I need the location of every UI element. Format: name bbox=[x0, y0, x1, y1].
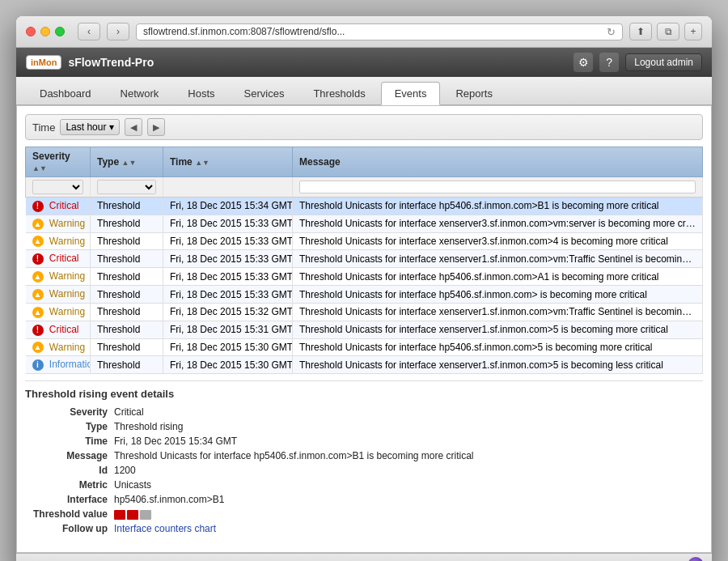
type-cell: Threshold bbox=[91, 321, 163, 338]
severity-icon: ▲ bbox=[32, 307, 44, 318]
detail-value: Threshold rising bbox=[114, 421, 183, 432]
detail-row: Id 1200 bbox=[25, 465, 703, 476]
table-row[interactable]: i Informational Threshold Fri, 18 Dec 20… bbox=[26, 356, 703, 374]
tab-events[interactable]: Events bbox=[381, 82, 441, 105]
time-selected-value: Last hour bbox=[66, 121, 106, 133]
detail-key: Metric bbox=[25, 479, 114, 491]
detail-key: Type bbox=[25, 421, 114, 432]
detail-val bbox=[114, 508, 151, 520]
tab-thresholds[interactable]: Thresholds bbox=[299, 82, 379, 104]
severity-column-header[interactable]: Severity ▲▼ bbox=[26, 147, 91, 177]
tab-services[interactable]: Services bbox=[231, 82, 298, 104]
app-title: sFlowTrend-Pro bbox=[68, 56, 154, 69]
detail-value: Fri, 18 Dec 2015 15:34 GMT bbox=[114, 436, 237, 447]
severity-label-value: Critical bbox=[49, 200, 79, 211]
detail-row: Follow up Interface counters chart bbox=[25, 523, 703, 534]
tab-reports[interactable]: Reports bbox=[442, 82, 506, 104]
time-column-header[interactable]: Time ▲▼ bbox=[163, 147, 293, 177]
message-label: Message bbox=[299, 156, 341, 168]
forward-button[interactable]: › bbox=[107, 23, 129, 40]
time-cell: Fri, 18 Dec 2015 15:30 GMT bbox=[163, 356, 293, 374]
minimize-button[interactable] bbox=[40, 27, 50, 36]
time-cell: Fri, 18 Dec 2015 15:31 GMT bbox=[163, 321, 293, 338]
severity-filter-select[interactable]: Critical Warning Informational bbox=[32, 180, 83, 194]
time-filter-cell bbox=[163, 177, 293, 198]
detail-value: 1200 bbox=[114, 465, 136, 476]
severity-icon: ▲ bbox=[32, 219, 44, 230]
severity-label-value: Warning bbox=[49, 342, 85, 353]
table-row[interactable]: ! Critical Threshold Fri, 18 Dec 2015 15… bbox=[26, 198, 703, 215]
message-filter-input[interactable] bbox=[299, 181, 696, 193]
share-button[interactable]: ⬆ bbox=[629, 23, 652, 40]
dropdown-arrow-icon: ▾ bbox=[109, 121, 114, 133]
events-table: Severity ▲▼ Type ▲▼ Time ▲▼ bbox=[25, 147, 703, 374]
close-button[interactable] bbox=[26, 27, 36, 36]
tab-dashboard[interactable]: Dashboard bbox=[26, 82, 105, 104]
type-label: Type bbox=[97, 156, 119, 168]
maximize-button[interactable] bbox=[55, 27, 65, 36]
type-filter-select[interactable]: Threshold bbox=[97, 180, 156, 194]
detail-key: Threshold value bbox=[25, 508, 114, 520]
tab-network[interactable]: Network bbox=[107, 82, 173, 104]
detail-row: Time Fri, 18 Dec 2015 15:34 GMT bbox=[25, 436, 703, 447]
inmon-badge: inMon bbox=[26, 55, 61, 70]
detail-val: hp5406.sf.inmon.com>B1 bbox=[114, 494, 224, 505]
detail-val: Threshold Unicasts for interface hp5406.… bbox=[114, 450, 474, 461]
type-cell: Threshold bbox=[91, 198, 163, 215]
table-row[interactable]: ▲ Warning Threshold Fri, 18 Dec 2015 15:… bbox=[26, 286, 703, 304]
time-cell: Fri, 18 Dec 2015 15:33 GMT bbox=[163, 232, 293, 250]
time-cell: Fri, 18 Dec 2015 15:33 GMT bbox=[163, 268, 293, 286]
severity-label-value: Warning bbox=[49, 218, 85, 229]
url-text: sflowtrend.sf.inmon.com:8087/sflowtrend/… bbox=[143, 26, 345, 37]
logout-button[interactable]: Logout admin bbox=[625, 53, 702, 71]
time-label: Time bbox=[32, 121, 55, 134]
time-cell: Fri, 18 Dec 2015 15:33 GMT bbox=[163, 286, 293, 304]
time-cell: Fri, 18 Dec 2015 15:30 GMT bbox=[163, 338, 293, 356]
severity-sort-icon: ▲▼ bbox=[32, 164, 47, 172]
threshold-seg-1 bbox=[114, 510, 125, 520]
table-row[interactable]: ▲ Warning Threshold Fri, 18 Dec 2015 15:… bbox=[26, 215, 703, 232]
filter-row: Critical Warning Informational Threshold bbox=[26, 177, 703, 198]
browser-window: ‹ › sflowtrend.sf.inmon.com:8087/sflowtr… bbox=[16, 16, 712, 561]
url-bar[interactable]: sflowtrend.sf.inmon.com:8087/sflowtrend/… bbox=[136, 23, 623, 40]
table-row[interactable]: ▲ Warning Threshold Fri, 18 Dec 2015 15:… bbox=[26, 338, 703, 356]
type-column-header[interactable]: Type ▲▼ bbox=[91, 147, 163, 177]
back-button[interactable]: ‹ bbox=[78, 23, 100, 40]
new-tab-button[interactable]: + bbox=[684, 23, 702, 40]
detail-row: Severity Critical bbox=[25, 406, 703, 418]
time-select[interactable]: Last hour ▾ bbox=[60, 119, 120, 135]
detail-key: Message bbox=[25, 450, 114, 461]
message-cell: Threshold Unicasts for interface hp5406.… bbox=[293, 198, 703, 215]
detail-key: Id bbox=[25, 465, 114, 476]
table-row[interactable]: ▲ Warning Threshold Fri, 18 Dec 2015 15:… bbox=[26, 268, 703, 286]
table-row[interactable]: ! Critical Threshold Fri, 18 Dec 2015 15… bbox=[26, 250, 703, 268]
detail-val: Critical bbox=[114, 406, 144, 418]
duplicate-button[interactable]: ⧉ bbox=[657, 23, 679, 40]
follow-up-link[interactable]: Interface counters chart bbox=[114, 523, 216, 534]
gear-icon-button[interactable]: ⚙ bbox=[574, 53, 593, 72]
browser-titlebar: ‹ › sflowtrend.sf.inmon.com:8087/sflowtr… bbox=[16, 16, 712, 48]
detail-key: Severity bbox=[25, 406, 114, 418]
help-icon-button[interactable]: ? bbox=[599, 53, 619, 72]
severity-icon: ▲ bbox=[32, 342, 44, 353]
detail-key: Interface bbox=[25, 494, 114, 505]
severity-cell: ▲ Warning bbox=[26, 232, 91, 250]
table-row[interactable]: ▲ Warning Threshold Fri, 18 Dec 2015 15:… bbox=[26, 232, 703, 250]
severity-cell: ! Critical bbox=[26, 321, 91, 338]
detail-title: Threshold rising event details bbox=[25, 388, 703, 400]
detail-value: Threshold Unicasts for interface hp5406.… bbox=[114, 450, 474, 461]
status-icon: ◑ bbox=[688, 557, 704, 561]
time-next-button[interactable]: ▶ bbox=[147, 118, 165, 136]
refresh-icon[interactable]: ↻ bbox=[607, 26, 616, 38]
threshold-seg-2 bbox=[127, 510, 138, 520]
message-column-header: Message bbox=[293, 147, 703, 177]
detail-panel: Threshold rising event details Severity … bbox=[25, 380, 703, 544]
detail-key: Time bbox=[25, 436, 114, 447]
table-row[interactable]: ▲ Warning Threshold Fri, 18 Dec 2015 15:… bbox=[26, 303, 703, 321]
tab-hosts[interactable]: Hosts bbox=[174, 82, 228, 104]
severity-label-value: Critical bbox=[49, 324, 79, 335]
message-cell: Threshold Unicasts for interface xenserv… bbox=[293, 250, 703, 268]
table-row[interactable]: ! Critical Threshold Fri, 18 Dec 2015 15… bbox=[26, 321, 703, 338]
severity-cell: ▲ Warning bbox=[26, 215, 91, 232]
time-prev-button[interactable]: ◀ bbox=[125, 118, 142, 136]
